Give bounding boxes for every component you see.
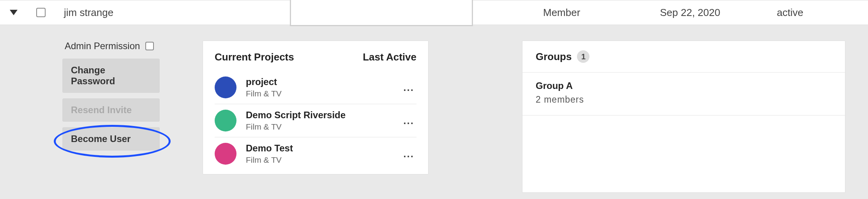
- project-category: Film & TV: [246, 122, 401, 131]
- project-color-dot: [215, 110, 236, 131]
- expand-toggle[interactable]: [0, 10, 27, 15]
- email-input[interactable]: [290, 0, 473, 26]
- groups-card: Groups 1 Group A2 members: [522, 41, 845, 193]
- project-category: Film & TV: [246, 89, 401, 98]
- project-color-dot: [215, 76, 236, 98]
- user-detail-panel: Admin Permission Change Password Resend …: [0, 25, 868, 199]
- admin-permission-label: Admin Permission: [65, 41, 140, 52]
- become-user-button[interactable]: Become User: [62, 127, 160, 151]
- user-status: active: [767, 7, 813, 19]
- project-color-dot: [215, 143, 236, 165]
- project-name: Demo Script Riverside: [246, 110, 401, 121]
- project-name: project: [246, 76, 401, 87]
- project-info: Demo Script RiversideFilm & TV: [246, 110, 401, 131]
- project-menu-icon[interactable]: ...: [401, 115, 416, 127]
- user-date: Sep 22, 2020: [651, 7, 730, 19]
- projects-title: Current Projects: [215, 51, 294, 63]
- project-info: Demo TestFilm & TV: [246, 143, 401, 165]
- project-name: Demo Test: [246, 143, 401, 154]
- user-name: jim strange: [55, 7, 288, 19]
- change-password-button[interactable]: Change Password: [62, 59, 160, 93]
- project-info: projectFilm & TV: [246, 76, 401, 98]
- groups-title: Groups: [536, 51, 572, 63]
- admin-actions: Admin Permission Change Password Resend …: [62, 41, 187, 156]
- group-members: 2 members: [536, 94, 832, 105]
- project-menu-icon[interactable]: ...: [401, 148, 416, 160]
- admin-permission-row: Admin Permission: [62, 41, 187, 52]
- row-checkbox[interactable]: [36, 8, 46, 17]
- project-menu-icon[interactable]: ...: [401, 82, 416, 94]
- user-row: jim strange Member Sep 22, 2020 active: [0, 0, 868, 25]
- resend-invite-button[interactable]: Resend Invite: [62, 98, 160, 122]
- group-item[interactable]: Group A2 members: [522, 73, 845, 115]
- project-category: Film & TV: [246, 155, 401, 165]
- project-row[interactable]: Demo Script RiversideFilm & TV...: [215, 104, 416, 137]
- groups-count-badge: 1: [577, 50, 589, 63]
- admin-permission-checkbox[interactable]: [145, 42, 154, 50]
- project-row[interactable]: Demo TestFilm & TV...: [215, 137, 416, 170]
- user-role: Member: [534, 7, 589, 19]
- project-row[interactable]: projectFilm & TV...: [215, 71, 416, 104]
- projects-last-active-header: Last Active: [363, 51, 416, 63]
- projects-card: Current Projects Last Active projectFilm…: [203, 41, 429, 174]
- group-name: Group A: [536, 80, 832, 91]
- caret-down-icon: [10, 10, 18, 15]
